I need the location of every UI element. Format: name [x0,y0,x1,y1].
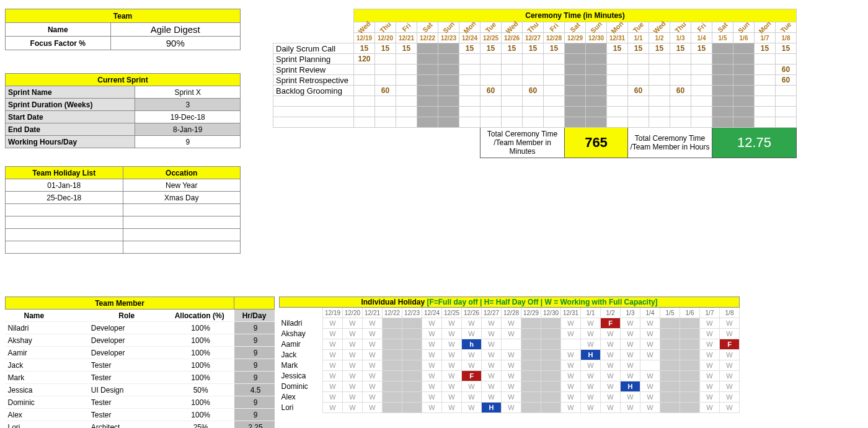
ceremony-cell[interactable] [544,96,565,107]
indiv-cell[interactable] [660,329,680,339]
member-alloc[interactable]: 100% [165,396,234,409]
ceremony-cell[interactable] [607,54,628,65]
indiv-cell[interactable]: W [700,371,720,381]
indiv-cell[interactable]: W [343,329,363,339]
indiv-cell[interactable]: W [640,350,660,360]
ceremony-cell[interactable] [691,107,712,117]
ceremony-cell[interactable] [459,117,480,128]
holiday-occ[interactable]: New Year [123,179,241,192]
ceremony-cell[interactable] [523,75,544,86]
ceremony-cell[interactable] [565,65,586,75]
indiv-cell[interactable]: W [363,339,383,350]
ceremony-cell[interactable] [354,65,375,75]
indiv-cell[interactable]: W [601,381,621,392]
ceremony-cell[interactable] [733,96,755,107]
indiv-cell[interactable]: W [343,381,363,392]
indiv-cell[interactable] [660,403,680,413]
indiv-cell[interactable]: W [462,392,482,403]
indiv-cell[interactable]: W [700,360,720,371]
indiv-cell[interactable]: W [700,339,720,350]
indiv-cell[interactable]: W [422,371,442,381]
indiv-cell[interactable]: W [502,360,521,371]
indiv-cell[interactable] [383,329,402,339]
ceremony-cell[interactable] [565,117,586,128]
ceremony-cell[interactable] [628,107,649,117]
indiv-cell[interactable] [640,360,660,371]
indiv-cell[interactable]: W [363,360,383,371]
ceremony-cell[interactable] [733,65,755,75]
indiv-cell[interactable]: W [561,318,581,329]
indiv-cell[interactable]: W [581,403,601,413]
ceremony-cell[interactable]: 15 [691,43,712,54]
indiv-cell[interactable]: F [720,339,740,350]
ceremony-cell[interactable]: 60 [375,86,396,96]
ceremony-cell[interactable] [480,75,502,86]
indiv-cell[interactable]: W [363,350,383,360]
ceremony-cell[interactable] [670,96,691,107]
ceremony-cell[interactable] [523,117,544,128]
ceremony-cell[interactable] [354,86,375,96]
ceremony-cell[interactable]: 60 [776,65,797,75]
ceremony-cell[interactable]: 15 [396,43,417,54]
ceremony-cell[interactable] [396,75,417,86]
indiv-cell[interactable]: W [422,360,442,371]
member-alloc[interactable]: 100% [165,372,234,384]
ceremony-cell[interactable] [438,117,459,128]
indiv-cell[interactable]: W [442,371,462,381]
indiv-cell[interactable]: W [581,392,601,403]
member-alloc[interactable]: 25% [165,421,234,429]
ceremony-cell[interactable] [502,75,523,86]
indiv-cell[interactable]: W [700,381,720,392]
ceremony-cell[interactable] [417,107,438,117]
holiday-date[interactable]: 01-Jan-18 [6,179,123,192]
indiv-cell[interactable] [541,360,561,371]
ceremony-cell[interactable] [417,86,438,96]
ceremony-cell[interactable] [670,65,691,75]
indiv-cell[interactable]: W [561,329,581,339]
ceremony-cell[interactable] [733,107,755,117]
indiv-cell[interactable] [660,371,680,381]
ceremony-cell[interactable] [396,65,417,75]
ceremony-cell[interactable] [502,86,523,96]
indiv-cell[interactable] [680,339,700,350]
indiv-cell[interactable]: H [581,350,601,360]
indiv-cell[interactable]: W [601,371,621,381]
indiv-cell[interactable] [402,403,422,413]
ceremony-cell[interactable] [354,117,375,128]
indiv-cell[interactable]: W [462,381,482,392]
ceremony-cell[interactable] [649,86,670,96]
ceremony-cell[interactable] [523,65,544,75]
ceremony-cell[interactable] [733,117,755,128]
ceremony-cell[interactable] [586,43,607,54]
indiv-cell[interactable] [660,360,680,371]
ceremony-cell[interactable] [480,54,502,65]
ceremony-cell[interactable]: 15 [607,43,628,54]
indiv-cell[interactable] [541,381,561,392]
ceremony-cell[interactable] [544,117,565,128]
ceremony-cell[interactable]: 15 [628,43,649,54]
indiv-cell[interactable]: W [700,403,720,413]
indiv-cell[interactable]: W [363,381,383,392]
ceremony-cell[interactable] [375,54,396,65]
indiv-cell[interactable] [680,381,700,392]
indiv-cell[interactable] [383,403,402,413]
holiday-date[interactable] [6,229,123,241]
indiv-cell[interactable]: W [482,392,502,403]
ceremony-cell[interactable] [459,54,480,65]
indiv-cell[interactable]: W [462,403,482,413]
indiv-cell[interactable] [660,350,680,360]
ceremony-cell[interactable] [438,54,459,65]
member-alloc[interactable]: 100% [165,334,234,347]
ceremony-cell[interactable] [755,107,776,117]
indiv-cell[interactable]: W [422,350,442,360]
ceremony-cell[interactable] [586,65,607,75]
ceremony-cell[interactable] [502,54,523,65]
ceremony-cell[interactable] [459,65,480,75]
ceremony-cell[interactable] [607,75,628,86]
ceremony-cell[interactable]: 15 [459,43,480,54]
ceremony-cell[interactable] [459,75,480,86]
holiday-occ[interactable] [123,204,241,216]
ceremony-cell[interactable]: 60 [670,86,691,96]
indiv-cell[interactable] [383,381,402,392]
indiv-cell[interactable]: W [422,381,442,392]
